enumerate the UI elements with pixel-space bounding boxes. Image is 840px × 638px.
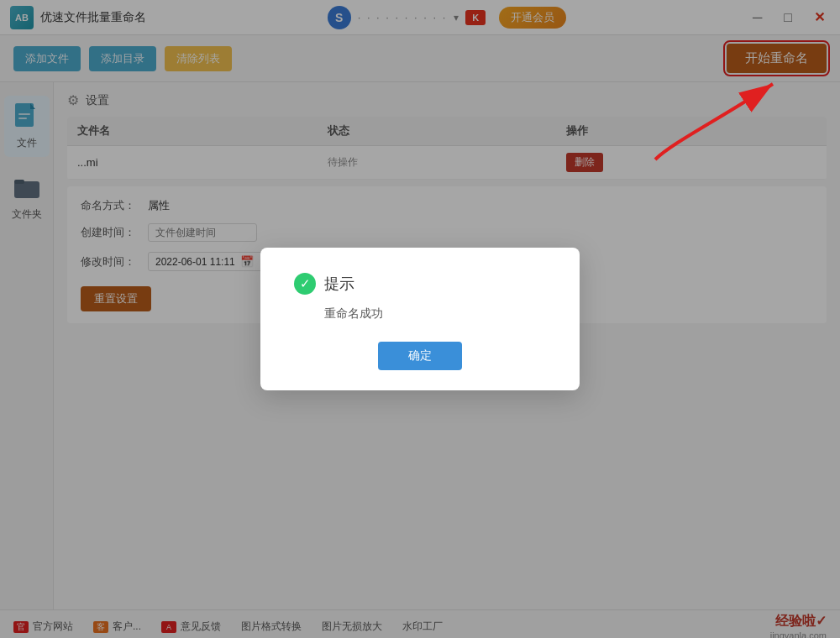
dialog-check-icon: ✓ (294, 273, 316, 295)
dialog-message: 重命名成功 (324, 306, 383, 322)
red-arrow-annotation (605, 76, 790, 176)
modal-overlay[interactable]: ✓ 提示 重命名成功 确定 (0, 0, 840, 638)
dialog-footer: 确定 (294, 342, 546, 370)
dialog-title: 提示 (324, 274, 354, 294)
dialog-ok-button[interactable]: 确定 (378, 342, 462, 370)
dialog-title-row: ✓ 提示 (294, 273, 354, 295)
success-dialog: ✓ 提示 重命名成功 确定 (260, 248, 580, 390)
